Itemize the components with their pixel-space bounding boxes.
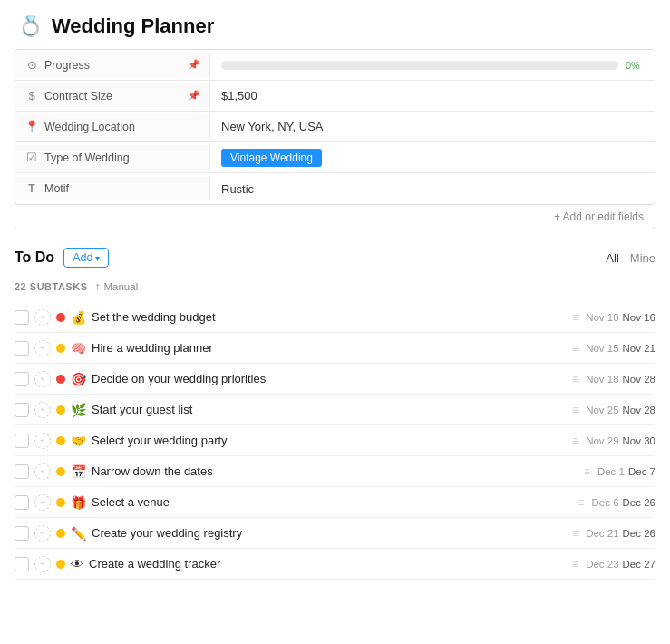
- date-end: Nov 28: [623, 405, 655, 415]
- add-button[interactable]: Add ▾: [63, 248, 109, 268]
- drag-handle-icon: ≡: [572, 527, 578, 540]
- location-label: Wedding Location: [44, 121, 135, 133]
- avatar-unassigned: +: [34, 371, 51, 387]
- task-checkbox[interactable]: [15, 310, 29, 325]
- task-emoji: 🤝: [71, 434, 86, 448]
- drag-handle-icon: ≡: [572, 311, 578, 324]
- date-end: Nov 21: [623, 343, 655, 354]
- vintage-badge[interactable]: Vintage Wedding: [221, 149, 322, 167]
- task-checkbox[interactable]: [15, 372, 29, 386]
- priority-dot: [56, 436, 65, 445]
- todo-title: To Do: [15, 249, 54, 266]
- task-dates: Nov 29 Nov 30: [586, 435, 655, 446]
- contract-size-value[interactable]: $1,500: [210, 83, 655, 108]
- field-label-contract-size: $ Contract Size 📌: [15, 83, 210, 108]
- task-name[interactable]: Select your wedding party: [92, 434, 565, 447]
- task-checkbox[interactable]: [15, 526, 29, 541]
- task-emoji: 👁: [71, 557, 83, 571]
- task-name[interactable]: Decide on your wedding priorities: [92, 372, 565, 385]
- filter-all-btn[interactable]: All: [606, 251, 618, 265]
- task-checkbox[interactable]: [15, 403, 29, 417]
- date-start: Dec 6: [592, 497, 619, 508]
- date-start: Nov 25: [586, 405, 618, 415]
- priority-dot: [56, 344, 65, 353]
- avatar-group: +: [34, 525, 51, 542]
- task-name[interactable]: Set the wedding budget: [92, 310, 565, 324]
- progress-icon: ⊙: [24, 58, 39, 72]
- task-name[interactable]: Create your wedding registry: [92, 526, 565, 540]
- task-row: + 🌿 Start your guest list ≡ Nov 25 Nov 2…: [15, 395, 655, 425]
- task-dates: Nov 25 Nov 28: [586, 405, 655, 415]
- task-list: + 💰 Set the wedding budget ≡ Nov 10 Nov …: [15, 302, 655, 580]
- add-label: Add: [73, 251, 92, 264]
- sort-label: Manual: [103, 281, 138, 292]
- date-end: Nov 28: [623, 374, 655, 385]
- motif-value[interactable]: Rustic: [210, 177, 655, 201]
- avatar-group: +: [34, 494, 51, 511]
- drag-handle-icon: ≡: [572, 342, 578, 355]
- sort-up-icon: ↑: [94, 280, 100, 293]
- filter-mine-btn[interactable]: Mine: [630, 251, 655, 265]
- todo-section: To Do Add ▾ All Mine 22 SUBTASKS ↑ Manua…: [15, 248, 655, 580]
- priority-dot: [56, 560, 65, 569]
- date-start: Nov 10: [586, 312, 618, 323]
- task-dates: Dec 1 Dec 7: [597, 466, 655, 477]
- field-row-contract-size: $ Contract Size 📌 $1,500: [15, 81, 655, 112]
- progress-label: Progress: [44, 59, 90, 72]
- task-emoji: 🌿: [71, 403, 86, 417]
- avatar-group: +: [34, 309, 51, 326]
- task-name[interactable]: Create a wedding tracker: [89, 557, 565, 571]
- task-checkbox[interactable]: [15, 464, 29, 479]
- text-icon: T: [24, 182, 39, 195]
- progress-bar-container[interactable]: 0%: [210, 54, 655, 76]
- task-row: + 📅 Narrow down the dates ≡ Dec 1 Dec 7: [15, 456, 655, 487]
- task-name[interactable]: Select a venue: [92, 495, 571, 509]
- task-row: + 💰 Set the wedding budget ≡ Nov 10 Nov …: [15, 302, 655, 333]
- task-row: + 🎁 Select a venue ≡ Dec 6 Dec 26: [15, 487, 655, 518]
- field-label-location: 📍 Wedding Location: [15, 114, 210, 139]
- todo-right: All Mine: [606, 251, 655, 265]
- type-value[interactable]: Vintage Wedding: [210, 145, 655, 170]
- task-checkbox[interactable]: [15, 557, 29, 571]
- task-emoji: 🧠: [71, 341, 86, 356]
- priority-dot: [56, 529, 65, 538]
- date-end: Dec 26: [623, 497, 655, 508]
- add-edit-link[interactable]: + Add or edit fields: [554, 210, 644, 223]
- todo-left: To Do Add ▾: [15, 248, 109, 268]
- drag-handle-icon: ≡: [572, 404, 578, 416]
- task-name[interactable]: Hire a wedding planner: [92, 341, 565, 355]
- task-dates: Nov 15 Nov 21: [586, 343, 655, 354]
- avatar-unassigned: +: [34, 433, 51, 449]
- date-start: Dec 1: [597, 466, 625, 477]
- pin-icon-contract: 📌: [188, 90, 200, 102]
- date-start: Dec 23: [586, 559, 618, 570]
- page-header: 💍 Wedding Planner: [0, 0, 670, 49]
- subtasks-header: 22 SUBTASKS ↑ Manual: [15, 275, 655, 298]
- motif-label: Motif: [44, 182, 69, 195]
- avatar-unassigned: +: [34, 525, 51, 542]
- task-checkbox[interactable]: [15, 341, 29, 356]
- task-dates: Dec 6 Dec 26: [592, 497, 655, 508]
- task-emoji: 🎁: [71, 495, 86, 510]
- task-checkbox[interactable]: [15, 434, 29, 448]
- task-dates: Dec 21 Dec 26: [586, 528, 655, 539]
- fields-table: ⊙ Progress 📌 0% $ Contract Size 📌 $1,500…: [15, 49, 655, 205]
- task-name[interactable]: Start your guest list: [92, 403, 565, 416]
- drag-handle-icon: ≡: [572, 558, 578, 571]
- sort-manual-btn[interactable]: ↑ Manual: [94, 280, 138, 293]
- task-emoji: 📅: [71, 464, 86, 479]
- dollar-icon: $: [24, 89, 39, 102]
- task-dates: Nov 10 Nov 16: [586, 312, 655, 323]
- type-label: Type of Wedding: [44, 151, 130, 164]
- priority-dot: [56, 405, 65, 415]
- date-end: Dec 26: [623, 528, 655, 539]
- task-name[interactable]: Narrow down the dates: [92, 464, 577, 478]
- location-value[interactable]: New York, NY, USA: [210, 114, 655, 139]
- task-emoji: 🎯: [71, 372, 86, 386]
- task-checkbox[interactable]: [15, 495, 29, 510]
- field-row-progress: ⊙ Progress 📌 0%: [15, 50, 655, 81]
- task-emoji: 💰: [71, 310, 86, 325]
- avatar-unassigned: +: [34, 463, 51, 480]
- avatar-group: +: [34, 340, 51, 356]
- avatar-unassigned: +: [34, 494, 51, 511]
